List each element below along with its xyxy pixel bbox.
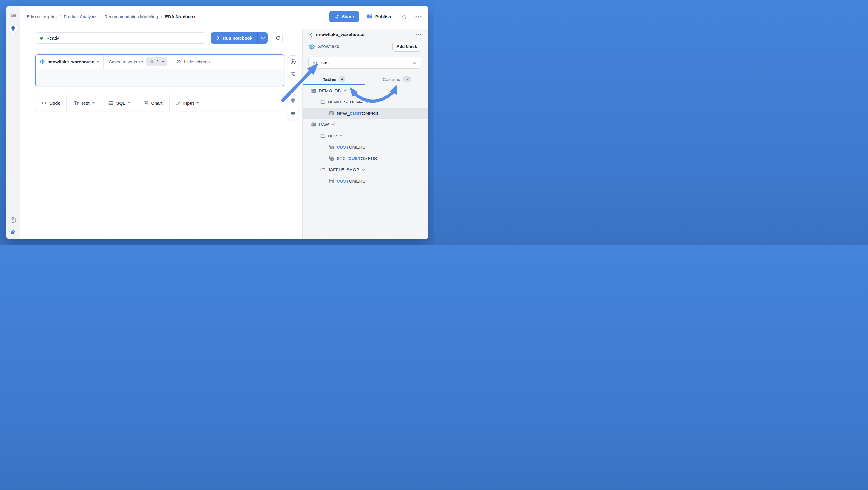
saved-to-variable-label: Saved to variable [109,59,143,64]
code-label: Code [49,100,60,105]
breadcrumb-separator: / [60,14,61,19]
refresh-icon[interactable] [273,33,283,43]
breadcrumb-separator: / [100,14,101,19]
play-icon [216,36,220,40]
cell-header-spacer [216,55,284,69]
add-code-block-button[interactable]: Code [35,95,67,111]
chevron-down-icon [128,102,130,104]
tree-row-label: DEMO_DB [319,88,341,93]
workspace-avatar-lightbulb[interactable] [9,24,18,33]
book-icon [367,14,373,19]
breadcrumb-current-page: EDA Notebook [165,14,195,19]
folder-icon [320,133,326,139]
tab-columns[interactable]: Columns 12 [365,73,428,85]
drag-handle-icon[interactable] [290,111,296,116]
variable-name: df_1 [149,60,159,64]
table-icon [329,110,334,116]
chart-label: Chart [151,100,162,105]
hide-schema-label: Hide schema [184,59,210,64]
sql-editor-area[interactable] [36,69,284,86]
share-button[interactable]: Share [329,11,359,22]
schema-tree: DEMO_DB DEMO_SCHEMA [303,85,428,239]
tree-row-label: RAW [319,122,329,127]
run-notebook-button[interactable]: Run notebook [211,32,268,44]
chevron-down-icon [343,89,347,92]
add-input-block-button[interactable]: Input [170,95,205,111]
help-icon[interactable] [10,217,17,223]
favorite-star-icon[interactable] [401,14,407,20]
publish-button[interactable]: Publish [367,14,391,19]
run-notebook-label: Run notebook [223,35,252,40]
tree-row-database[interactable]: RAW [303,119,428,130]
breadcrumb-item[interactable]: Recommendation Modeling [104,14,158,19]
sql-cell[interactable]: snowflake_warehouse Saved to variable df… [35,54,284,87]
columns-count-badge: 12 [403,76,411,82]
view-code-icon[interactable] [290,85,296,91]
breadcrumb-separator: / [161,14,162,19]
schema-browser-panel: snowflake_warehouse Snowflake Add block [302,29,428,239]
cell-variable-section: Saved to variable df_1 [103,55,172,69]
pencil-icon [176,100,181,105]
run-cell-icon[interactable] [290,59,296,64]
back-chevron-icon[interactable] [309,32,313,37]
tab-tables[interactable]: Tables 4 [303,73,365,85]
chevron-down-icon [331,123,335,126]
clear-search-icon[interactable] [412,61,417,65]
left-rail [6,6,20,239]
chevron-down-icon [162,61,164,62]
sql-icon: SQL [108,100,114,106]
svg-text:SQL: SQL [109,102,113,104]
publish-label: Publish [375,14,391,19]
add-text-block-button[interactable]: TT Text [67,95,102,111]
search-input[interactable] [321,60,412,65]
tree-row-label: DEV [328,133,337,138]
chevron-down-icon [339,134,343,137]
breadcrumb-item[interactable]: Product Analytics [64,14,97,19]
cell-connection-name: snowflake_warehouse [48,59,94,64]
add-sql-block-button[interactable]: SQL SQL [102,95,136,111]
panel-title: snowflake_warehouse [316,32,365,37]
tree-row-label: CUSTOMERS [337,144,365,150]
chevron-down-icon [196,102,199,104]
breadcrumb-item[interactable]: Edison Insights [27,14,57,19]
kernel-status-bar: Ready [35,32,205,44]
code-icon [41,101,46,105]
tables-tab-label: Tables [323,77,336,82]
variable-name-dropdown[interactable]: df_1 [146,58,167,66]
add-block-button[interactable]: Add block [392,42,421,52]
share-label: Share [342,14,354,19]
database-icon [311,88,316,94]
table-icon [329,178,334,184]
status-dot-green [40,37,43,39]
text-format-icon: TT [74,100,78,106]
text-label: Text [81,100,90,105]
delete-cell-icon[interactable] [290,98,296,103]
add-chart-block-button[interactable]: Chart [136,95,170,111]
run-options-caret[interactable] [257,32,268,44]
status-text: Ready [46,35,59,40]
comment-icon[interactable] [290,72,296,77]
tree-row-table[interactable]: CUSTOMERS [303,175,428,187]
tree-row-view[interactable]: STG_CUSTOMERS [303,153,428,164]
top-header: Edison Insights / Product Analytics / Re… [20,6,428,29]
tree-row-schema[interactable]: DEV [303,130,428,141]
share-icon [334,14,339,19]
tree-row-schema[interactable]: JAFFLE_SHOP [303,164,428,175]
tree-row-database[interactable]: DEMO_DB [303,85,428,96]
tree-row-label: STG_CUSTOMERS [337,156,377,161]
cell-connection-selector[interactable]: snowflake_warehouse [36,55,103,69]
toolbar-spacer [205,95,284,111]
tree-row-label: JAFFLE_SHOP [328,167,359,172]
more-options-icon[interactable] [415,16,422,18]
panel-more-options-icon[interactable] [415,34,421,35]
chevron-down-icon [365,101,369,103]
notebook-canvas: Ready Run notebook [20,29,302,239]
hide-schema-button[interactable]: Hide schema [172,55,216,69]
tree-row-view[interactable]: CUSTOMERS [303,141,428,153]
tree-row-table-selected[interactable]: NEW_CUSTOMERS [303,107,428,119]
search-icon [313,60,318,65]
breadcrumb: Edison Insights / Product Analytics / Re… [27,14,195,19]
sql-label: SQL [116,100,125,105]
tree-row-schema[interactable]: DEMO_SCHEMA [303,96,428,108]
expand-sidebar-icon[interactable] [10,12,17,19]
